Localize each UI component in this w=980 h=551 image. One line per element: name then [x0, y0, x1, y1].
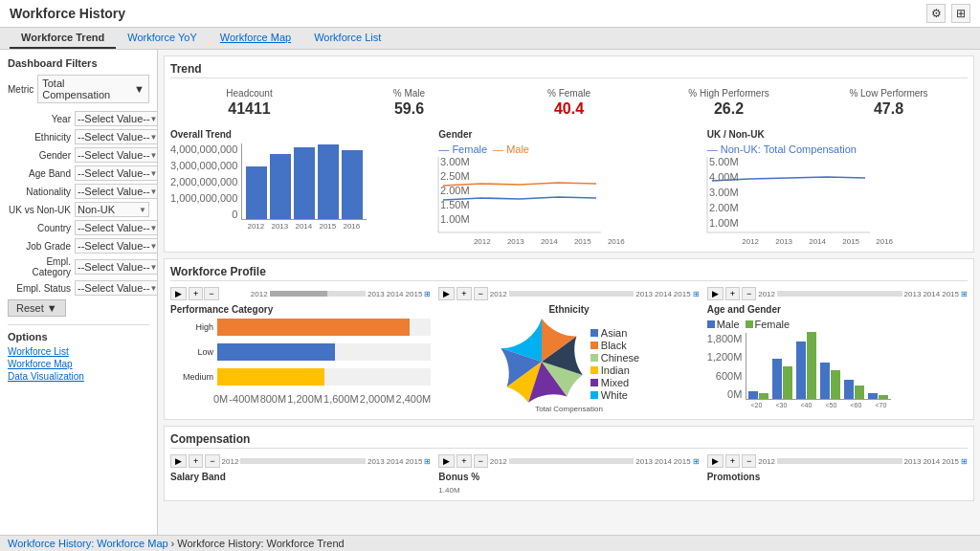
filter-select-6[interactable]: --Select Value-- ▼	[75, 220, 158, 235]
comp-plus-2[interactable]: +	[457, 454, 471, 468]
bar-chart-labels: 20122013201420152016	[241, 222, 367, 231]
bar-2015	[318, 144, 339, 219]
trend-charts-row: Overall Trend 4,000,000,0003,000,000,000…	[170, 129, 968, 246]
uk-chart-labels: 2012 2013 2014 2015 2016	[734, 237, 968, 246]
promotions-chart: Promotions	[707, 472, 968, 495]
comp-play-1[interactable]: ▶	[170, 454, 187, 468]
metric-select[interactable]: Total Compensation ▼	[37, 75, 149, 103]
uk-nonuk-svg: 5.00M 4.00M 3.00M 2.00M 1.00M	[707, 157, 870, 233]
play-btn-3[interactable]: ▶	[707, 287, 724, 300]
filter-select-4[interactable]: --Select Value-- ▼	[75, 184, 158, 199]
salary-band-chart: Salary Band	[170, 472, 431, 495]
metric-value: Total Compensation	[42, 77, 130, 100]
tab-workforce-yoy[interactable]: Workforce YoY	[116, 28, 209, 49]
svg-text:1.00M: 1.00M	[709, 217, 739, 229]
dropdown-arrow-9: ▼	[150, 284, 158, 293]
main-layout: Dashboard Filters Metric Total Compensat…	[0, 50, 980, 547]
plus-btn-2[interactable]: +	[457, 287, 471, 300]
play-btn-1[interactable]: ▶	[170, 287, 187, 300]
kpi-label-0: Headcount	[174, 88, 324, 99]
workforce-profile-title: Workforce Profile	[170, 265, 968, 281]
dropdown-arrow-4: ▼	[150, 187, 158, 196]
breadcrumb-link-1[interactable]: Workforce History: Workforce Map	[8, 538, 168, 549]
filter-select-1[interactable]: --Select Value-- ▼	[75, 129, 158, 144]
dropdown-arrow-6: ▼	[150, 224, 158, 232]
uk-nonuk-title: UK / Non-UK	[707, 129, 968, 140]
nav-tabs: Workforce Trend Workforce YoY Workforce …	[0, 28, 980, 50]
age-gender-bars	[746, 333, 891, 400]
filter-row: Age Band --Select Value-- ▼	[8, 165, 149, 181]
svg-text:1.00M: 1.00M	[440, 213, 470, 225]
filter-row: Empl. Category --Select Value-- ▼	[8, 256, 149, 277]
comp-plus-3[interactable]: +	[725, 454, 740, 468]
bar-2016	[342, 150, 363, 219]
minus-btn-2[interactable]: −	[474, 287, 488, 300]
gear-icon[interactable]: ⚙	[926, 4, 946, 23]
minus-btn-1[interactable]: −	[204, 287, 218, 300]
comp-minus-1[interactable]: −	[205, 454, 219, 468]
filter-select-5[interactable]: Non-UK ▼	[75, 202, 149, 217]
breadcrumb: Workforce History: Workforce Map › Workf…	[0, 535, 980, 551]
svg-text:3.00M: 3.00M	[709, 187, 739, 198]
reset-button[interactable]: Reset ▼	[8, 299, 66, 317]
option-link-1[interactable]: Workforce Map	[8, 359, 149, 369]
title-bar: Workforce History ⚙ ⊞	[0, 0, 980, 28]
filter-select-0[interactable]: --Select Value-- ▼	[75, 111, 158, 126]
play-btn-2[interactable]: ▶	[438, 287, 455, 300]
minus-btn-3[interactable]: −	[742, 287, 756, 300]
compensation-title: Compensation	[170, 432, 968, 449]
bar-2012	[246, 166, 267, 219]
bar-2014	[294, 147, 315, 219]
filter-select-3[interactable]: --Select Value-- ▼	[75, 165, 158, 181]
filter-row: Nationality --Select Value-- ▼	[8, 184, 149, 199]
svg-text:2.50M: 2.50M	[440, 170, 470, 182]
comp-minus-3[interactable]: −	[742, 454, 756, 468]
comp-play-3[interactable]: ▶	[707, 454, 724, 468]
comp-play-2[interactable]: ▶	[438, 454, 455, 468]
tab-workforce-map[interactable]: Workforce Map	[209, 28, 302, 49]
ethnicity-subtitle: Total Compensation	[535, 405, 603, 413]
comp-minus-2[interactable]: −	[474, 454, 488, 468]
grid-icon[interactable]: ⊞	[951, 4, 970, 23]
svg-text:1.50M: 1.50M	[440, 199, 470, 210]
svg-text:5.00M: 5.00M	[709, 156, 739, 167]
kpi-label-1: % Male	[334, 88, 484, 99]
filter-row: UK vs Non-UK Non-UK ▼	[8, 202, 149, 217]
filter-select-8[interactable]: --Select Value-- ▼	[75, 259, 158, 275]
compensation-charts: Salary Band Bonus % 1.40M Promotions	[170, 472, 968, 495]
filter-select-7[interactable]: --Select Value-- ▼	[75, 238, 158, 253]
metric-label: Metric	[8, 84, 33, 95]
dropdown-arrow-0: ▼	[150, 115, 158, 123]
kpi-row: Headcount 41411 % Male 59.6 % Female 40.…	[170, 84, 968, 121]
filter-label-5: UK vs Non-UK	[8, 205, 75, 215]
reset-arrow: ▼	[47, 302, 57, 314]
option-link-0[interactable]: Workforce List	[8, 346, 149, 357]
ethnicity-chart: Ethnicity	[438, 304, 699, 413]
kpi-value-2: 40.4	[494, 100, 644, 118]
dropdown-arrow-7: ▼	[150, 242, 158, 251]
options-section: Options Workforce ListWorkforce MapData …	[8, 324, 149, 382]
filter-label-4: Nationality	[8, 187, 75, 197]
plus-btn-1[interactable]: +	[189, 287, 203, 300]
filter-row: Gender --Select Value-- ▼	[8, 147, 149, 163]
filter-row: Job Grade --Select Value-- ▼	[8, 238, 149, 253]
age-gender-chart: Age and Gender Male Female 1,800M1,200M6…	[707, 304, 968, 413]
kpi-value-3: 26.2	[654, 100, 804, 118]
gender-line-svg: 3.00M 2.50M 2.00M 1.50M 1.00M	[438, 157, 601, 233]
plus-btn-3[interactable]: +	[725, 287, 740, 300]
kpi-value-4: 47.8	[813, 100, 964, 118]
ethnicity-title: Ethnicity	[548, 304, 589, 315]
option-link-2[interactable]: Data Visualization	[8, 371, 149, 382]
svg-text:4.00M: 4.00M	[709, 171, 739, 183]
filter-label-9: Empl. Status	[8, 283, 75, 294]
filter-select-2[interactable]: --Select Value-- ▼	[75, 147, 158, 163]
comp-plus-1[interactable]: +	[189, 454, 203, 468]
kpi-item-2: % Female 40.4	[494, 88, 644, 118]
tab-workforce-list[interactable]: Workforce List	[302, 28, 392, 49]
bonus-pct-title: Bonus %	[438, 472, 699, 482]
salary-band-title: Salary Band	[170, 472, 431, 482]
dropdown-arrow-1: ▼	[150, 133, 158, 142]
tab-workforce-trend[interactable]: Workforce Trend	[10, 28, 116, 49]
filter-select-9[interactable]: --Select Value-- ▼	[75, 280, 158, 296]
breadcrumb-current: Workforce History: Workforce Trend	[177, 538, 344, 549]
